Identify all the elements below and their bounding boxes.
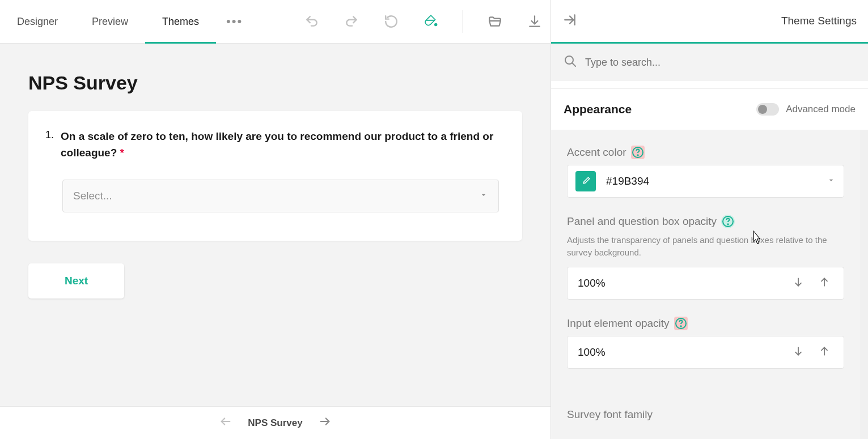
panel-opacity-value: 100% <box>578 277 781 289</box>
prev-page-icon[interactable] <box>219 415 232 431</box>
panel-opacity-label: Panel and question box opacity <box>567 215 717 228</box>
color-swatch <box>575 171 596 191</box>
decrease-icon[interactable] <box>789 273 807 293</box>
settings-search <box>551 44 868 81</box>
decrease-icon[interactable] <box>789 342 807 363</box>
top-toolbar: Designer Preview Themes ••• <box>0 0 551 44</box>
tab-designer[interactable]: Designer <box>17 0 75 43</box>
toolbar-separator <box>463 10 463 33</box>
help-icon[interactable] <box>631 146 645 159</box>
download-icon[interactable] <box>527 14 543 29</box>
increase-icon[interactable] <box>815 342 833 363</box>
next-page-icon[interactable] <box>319 415 331 431</box>
redo-icon[interactable] <box>344 14 359 29</box>
select-placeholder: Select... <box>73 190 112 202</box>
accent-color-picker[interactable]: #19B394 <box>567 165 844 198</box>
svg-line-7 <box>572 63 575 66</box>
search-input[interactable] <box>585 57 856 69</box>
section-spacer <box>551 81 868 89</box>
question-card: 1. On a scale of zero to ten, how likely… <box>28 111 522 241</box>
panel-opacity-input[interactable]: 100% <box>567 267 844 300</box>
paint-bucket-icon[interactable] <box>423 14 439 29</box>
advanced-mode-toggle[interactable] <box>756 103 779 116</box>
chevron-down-icon <box>827 176 836 187</box>
chevron-down-icon <box>479 190 488 202</box>
font-family-label: Survey font family <box>567 408 653 421</box>
input-opacity-value: 100% <box>578 346 781 359</box>
required-mark: * <box>120 147 124 159</box>
survey-title: NPS Survey <box>28 72 522 94</box>
properties-area: Accent color #19B394 <box>551 130 860 439</box>
svg-point-15 <box>680 326 681 327</box>
scrollbar[interactable] <box>860 130 868 439</box>
search-icon <box>564 54 577 70</box>
help-icon[interactable] <box>721 215 735 228</box>
advanced-mode-label: Advanced mode <box>786 104 856 115</box>
page-nav: NPS Survey <box>0 406 551 439</box>
survey-canvas: NPS Survey 1. On a scale of zero to ten,… <box>0 44 551 406</box>
open-folder-icon[interactable] <box>487 14 503 29</box>
accent-color-label: Accent color <box>567 146 626 159</box>
increase-icon[interactable] <box>815 273 833 293</box>
tab-themes[interactable]: Themes <box>145 0 216 43</box>
input-opacity-group: Input element opacity 100% <box>567 317 844 369</box>
undo-icon[interactable] <box>304 14 320 29</box>
input-opacity-input[interactable]: 100% <box>567 336 844 369</box>
tab-more-icon[interactable]: ••• <box>216 14 253 29</box>
svg-point-11 <box>727 224 729 225</box>
reset-icon[interactable] <box>383 14 399 29</box>
settings-title: Theme Settings <box>781 15 857 27</box>
tabs: Designer Preview Themes ••• <box>17 0 253 43</box>
help-icon[interactable] <box>674 317 688 330</box>
settings-header: Theme Settings <box>551 0 868 44</box>
font-family-group: Survey font family <box>567 408 844 421</box>
answer-select[interactable]: Select... <box>62 180 499 212</box>
question-number: 1. <box>45 128 54 161</box>
input-opacity-label: Input element opacity <box>567 317 670 330</box>
collapse-panel-icon[interactable] <box>562 12 577 29</box>
page-nav-label: NPS Survey <box>248 417 302 429</box>
appearance-section-header: Appearance Advanced mode <box>551 89 868 130</box>
accent-color-group: Accent color #19B394 <box>567 146 844 198</box>
tab-preview[interactable]: Preview <box>75 0 145 43</box>
svg-point-0 <box>434 23 437 26</box>
question-text: On a scale of zero to ten, how likely ar… <box>61 128 505 161</box>
panel-opacity-description: Adjusts the transparency of panels and q… <box>567 234 844 259</box>
panel-opacity-group: Panel and question box opacity Adjusts t… <box>567 215 844 300</box>
appearance-title: Appearance <box>564 103 632 116</box>
accent-color-value: #19B394 <box>606 175 816 187</box>
next-button[interactable]: Next <box>28 263 124 299</box>
svg-point-9 <box>637 155 638 156</box>
